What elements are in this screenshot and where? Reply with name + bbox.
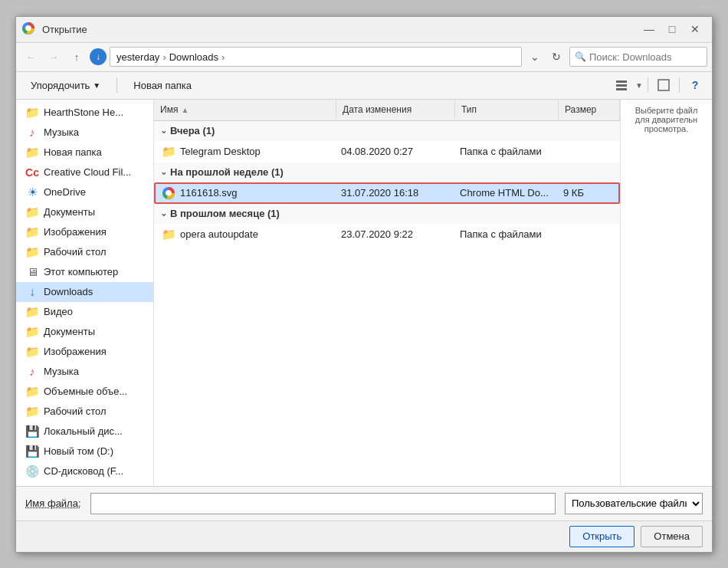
- view-list-icon: [615, 79, 628, 91]
- file-date-cell: 23.07.2020 9:22: [335, 225, 454, 244]
- single-pane-button[interactable]: [653, 74, 674, 96]
- open-button[interactable]: Открыть: [569, 526, 635, 547]
- forward-button[interactable]: →: [44, 47, 64, 67]
- help-button[interactable]: ?: [684, 74, 706, 96]
- file-name-cell: 📁 Telegram Desktop: [156, 143, 335, 161]
- close-button[interactable]: ✕: [684, 19, 706, 39]
- folder-icon: 📁: [25, 146, 39, 159]
- sidebar-item-new-folder[interactable]: 📁 Новая папка: [16, 143, 153, 163]
- sidebar-item-label: Новый том (D:): [44, 445, 113, 457]
- file-list: Имя ▲ Дата изменения Тип Размер ⌄ Вчера …: [154, 100, 620, 486]
- sidebar-item-onedrive[interactable]: ☀ OneDrive: [16, 182, 153, 202]
- file-name-cell: 1161618.svg: [156, 184, 335, 202]
- new-folder-button[interactable]: Новая папка: [125, 74, 200, 96]
- group-label: В прошлом месяце (1): [170, 208, 280, 219]
- group-last-month[interactable]: ⌄ В прошлом месяце (1): [154, 204, 620, 224]
- sidebar-item-creative-cloud[interactable]: Cc Creative Cloud Fil...: [16, 163, 153, 182]
- file-type-cell: Папка с файлами: [454, 143, 557, 161]
- breadcrumb-downloads: Downloads: [169, 51, 218, 63]
- pane-icon: [657, 79, 670, 91]
- minimize-button[interactable]: —: [638, 19, 660, 39]
- sidebar-item-new-vol[interactable]: 💾 Новый том (D:): [16, 442, 153, 461]
- sidebar-item-this-computer[interactable]: 🖥 Этот компьютер: [16, 262, 153, 282]
- sidebar-item-music[interactable]: ♪ Музыка: [16, 123, 153, 143]
- address-path[interactable]: yesterday › Downloads ›: [110, 47, 522, 67]
- col-header-name[interactable]: Имя ▲: [154, 100, 336, 120]
- sidebar-item-desktop2[interactable]: 📁 Рабочий стол: [16, 242, 153, 262]
- chrome-icon-title: [22, 22, 34, 34]
- file-list-body: ⌄ Вчера (1) 📁 Telegram Desktop 04.08.202…: [154, 121, 620, 486]
- sidebar-item-label: Этот компьютер: [44, 266, 118, 277]
- col-header-size[interactable]: Размер: [559, 100, 620, 120]
- sidebar-item-label: CD-дисковод (F...: [44, 465, 123, 477]
- file-name-cell: 📁 opera autoupdate: [156, 225, 335, 244]
- sidebar-item-label: Изображения: [44, 226, 107, 238]
- dropdown-button[interactable]: ⌄: [525, 47, 545, 67]
- folder-icon: 📁: [25, 245, 39, 259]
- view-chevron-icon: ▼: [635, 81, 643, 90]
- window-controls: — □ ✕: [638, 19, 706, 39]
- sidebar-item-label: Музыка: [44, 126, 79, 138]
- sidebar-item-hearthstone[interactable]: 📁 HearthStone He...: [16, 103, 153, 123]
- table-row[interactable]: 📁 opera autoupdate 23.07.2020 9:22 Папка…: [154, 224, 620, 245]
- svg-point-9: [167, 191, 171, 195]
- group-yesterday[interactable]: ⌄ Вчера (1): [154, 121, 620, 141]
- music2-icon: ♪: [25, 365, 39, 379]
- filename-input[interactable]: [90, 493, 556, 514]
- preview-text: Выберите файл для дварительн просмотра.: [627, 106, 706, 133]
- refresh-button[interactable]: ↻: [546, 47, 566, 67]
- sidebar-item-3d[interactable]: 📁 Объемные объе...: [16, 382, 153, 402]
- sidebar-item-label: HearthStone He...: [44, 107, 123, 118]
- sidebar-item-cdrom[interactable]: 💿 CD-дисковод (F...: [16, 461, 153, 481]
- sidebar-item-label: Музыка: [44, 366, 79, 377]
- table-row[interactable]: 📁 Telegram Desktop 04.08.2020 0:27 Папка…: [154, 141, 620, 163]
- downloads-icon: ↓: [25, 285, 39, 299]
- back-button[interactable]: ←: [21, 47, 41, 67]
- col-header-type[interactable]: Тип: [455, 100, 559, 120]
- table-row[interactable]: 1161618.svg 31.07.2020 16:18 Chrome HTML…: [154, 182, 620, 204]
- toolbar-separator: [116, 77, 117, 93]
- breadcrumb-computer: yesterday: [116, 51, 159, 63]
- file-date-cell: 04.08.2020 0:27: [335, 143, 454, 161]
- sidebar-item-documents2[interactable]: 📁 Документы: [16, 202, 153, 222]
- group-last-week[interactable]: ⌄ На прошлой неделе (1): [154, 163, 620, 182]
- cancel-button[interactable]: Отмена: [641, 526, 703, 547]
- sidebar-item-music3[interactable]: ♪ Музыка: [16, 362, 153, 382]
- maximize-button[interactable]: □: [661, 19, 683, 39]
- path-icon: ↓: [90, 48, 107, 65]
- sidebar-item-label: Документы: [44, 326, 95, 337]
- col-header-date[interactable]: Дата изменения: [336, 100, 455, 120]
- folder-icon: 📁: [25, 385, 39, 399]
- folder-icon: 📁: [25, 205, 39, 219]
- up-button[interactable]: ↑: [67, 47, 87, 67]
- file-type-cell: Chrome HTML Do...: [454, 184, 557, 202]
- file-list-header: Имя ▲ Дата изменения Тип Размер: [154, 100, 620, 121]
- file-name: 1161618.svg: [180, 187, 237, 199]
- filename-label: Имя файла:: [25, 497, 81, 509]
- sidebar-item-documents3[interactable]: 📁 Документы: [16, 322, 153, 342]
- onedrive-icon: ☀: [25, 186, 39, 199]
- sidebar: 📁 HearthStone He... ♪ Музыка 📁 Новая пап…: [16, 100, 154, 486]
- sidebar-item-images3[interactable]: 📁 Изображения: [16, 342, 153, 362]
- sidebar-item-images2[interactable]: 📁 Изображения: [16, 222, 153, 242]
- sidebar-item-video[interactable]: 📁 Видео: [16, 302, 153, 322]
- filetype-select[interactable]: Пользовательские файлы (*.s: [565, 493, 703, 514]
- toolbar-separator2: [648, 77, 648, 93]
- sidebar-item-local-disk[interactable]: 💾 Локальный дис...: [16, 422, 153, 442]
- sidebar-item-label: OneDrive: [44, 186, 86, 198]
- file-type-cell: Папка с файлами: [454, 225, 557, 244]
- sidebar-item-desktop3[interactable]: 📁 Рабочий стол: [16, 402, 153, 422]
- folder-icon: 📁: [25, 106, 39, 120]
- sidebar-item-label: Документы: [44, 206, 95, 218]
- computer-icon: 🖥: [25, 265, 39, 279]
- view-list-button[interactable]: [611, 74, 632, 96]
- cc-icon: Cc: [25, 166, 39, 179]
- organize-button[interactable]: Упорядочить ▼: [22, 74, 109, 96]
- bottom-buttons: Открыть Отмена: [16, 520, 712, 552]
- sidebar-item-downloads[interactable]: ↓ Downloads: [16, 282, 153, 302]
- organize-chevron: ▼: [93, 81, 100, 90]
- search-box[interactable]: 🔍: [569, 47, 707, 67]
- folder-icon: 📁: [25, 305, 39, 319]
- sidebar-item-label: Новая папка: [44, 146, 102, 158]
- search-input[interactable]: [589, 51, 718, 63]
